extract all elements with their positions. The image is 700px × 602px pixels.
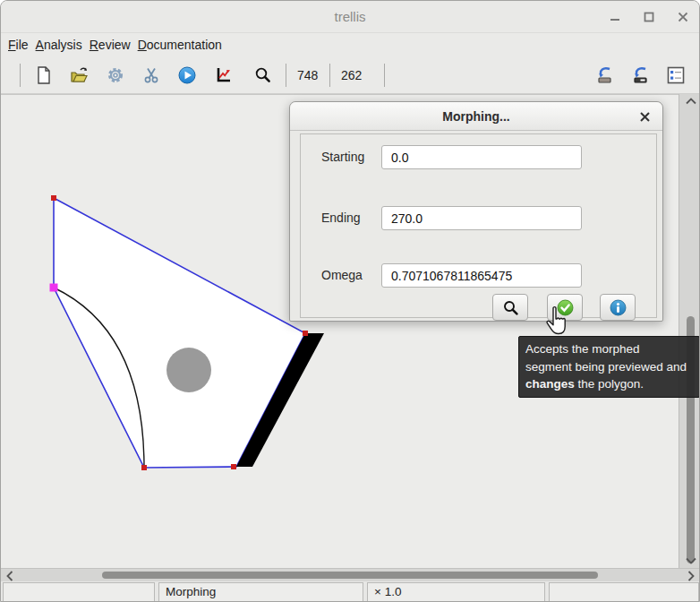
form-list-icon[interactable] — [658, 60, 694, 90]
hand-cursor — [543, 305, 568, 340]
scroll-left-icon[interactable] — [3, 569, 17, 582]
arrow-over-disk-icon[interactable] — [586, 60, 622, 90]
vertical-scrollbar[interactable] — [679, 94, 700, 568]
toolbar: 748 262 — [1, 56, 699, 94]
search-icon[interactable] — [244, 60, 280, 90]
ending-label: Ending — [321, 206, 379, 230]
status-zoom-level: × 1.0 — [367, 582, 545, 602]
chart-icon[interactable] — [205, 60, 241, 90]
horizontal-scrollbar-thumb[interactable] — [102, 572, 598, 579]
dialog-title: Morphing... — [442, 109, 509, 124]
scroll-down-icon[interactable] — [679, 554, 700, 568]
arrow-over-drive-icon[interactable] — [622, 60, 658, 90]
menu-file[interactable]: File — [8, 36, 29, 54]
minimize-icon[interactable] — [604, 6, 626, 28]
ending-input[interactable] — [381, 206, 582, 230]
scroll-right-icon[interactable] — [684, 569, 698, 582]
preview-magnifier-icon — [502, 299, 519, 316]
omega-label: Omega — [321, 263, 379, 288]
morphing-dialog: Morphing... Starting Ending Omega — [289, 101, 663, 322]
info-button[interactable] — [600, 294, 636, 321]
toolbar-separator — [384, 64, 385, 87]
settings-gear-icon[interactable] — [98, 60, 133, 90]
toolbar-separator — [20, 64, 21, 87]
menu-documentation[interactable]: Documentation — [138, 36, 222, 54]
scroll-up-icon[interactable] — [679, 94, 700, 108]
open-folder-icon[interactable] — [62, 60, 98, 90]
starting-input[interactable] — [381, 145, 582, 169]
omega-input[interactable] — [381, 263, 582, 288]
cut-scissors-icon[interactable] — [133, 60, 169, 90]
status-cell-empty — [549, 582, 699, 602]
play-icon[interactable] — [169, 60, 205, 90]
close-icon[interactable] — [672, 6, 694, 28]
window-title: trellis — [334, 9, 365, 24]
statusbar: Morphing × 1.0 — [1, 581, 700, 602]
menu-analysis[interactable]: Analysis — [36, 36, 82, 54]
info-icon — [610, 299, 627, 316]
app-window: trellis File Analysis Review Documentati… — [0, 0, 700, 602]
dialog-close-icon[interactable] — [634, 106, 655, 127]
accept-button-tooltip: Accepts the morphed segment being previe… — [518, 336, 700, 398]
status-cell-empty — [3, 582, 155, 602]
maximize-icon[interactable] — [638, 6, 660, 28]
dialog-titlebar[interactable]: Morphing... — [290, 102, 662, 131]
starting-label: Starting — [321, 145, 379, 169]
horizontal-scrollbar[interactable] — [1, 568, 700, 581]
pointer-y-value: 262 — [330, 68, 373, 82]
status-mode: Morphing — [158, 582, 363, 602]
preview-button[interactable] — [492, 294, 528, 321]
new-document-icon[interactable] — [26, 60, 62, 90]
menubar: File Analysis Review Documentation — [1, 34, 699, 56]
titlebar: trellis — [1, 1, 699, 33]
menu-review[interactable]: Review — [90, 36, 131, 54]
pointer-x-value: 748 — [286, 68, 329, 82]
